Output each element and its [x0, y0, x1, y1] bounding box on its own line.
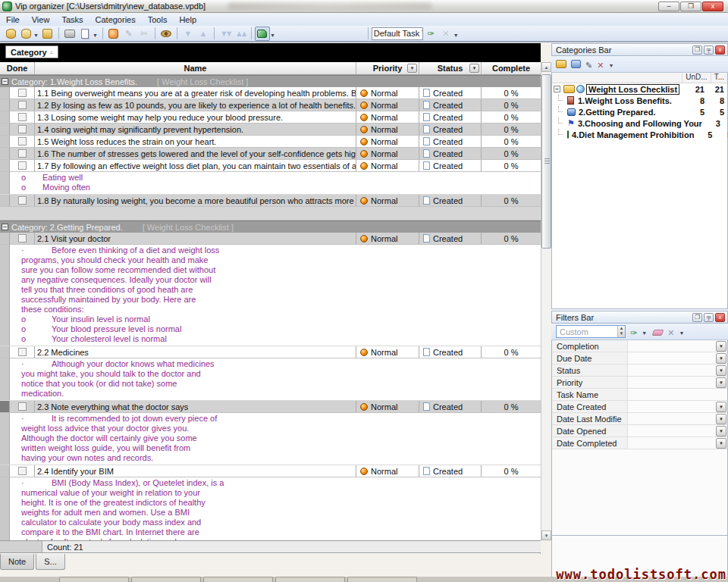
filters-pin-button[interactable]: ╤: [704, 313, 714, 322]
column-undone[interactable]: UnD...: [682, 73, 710, 83]
task-name-cell[interactable]: 1.5 Weight loss reduces the strain on yo…: [35, 136, 356, 147]
task-checkbox[interactable]: [18, 161, 27, 170]
task-checkbox[interactable]: [18, 149, 27, 158]
task-name-cell[interactable]: 1.6 The number of stresses gets lowered …: [35, 148, 356, 159]
task-name-cell[interactable]: 2.1 Visit your doctor: [35, 233, 356, 244]
edit-category-button[interactable]: ✎: [585, 58, 592, 71]
task-checkbox[interactable]: [18, 196, 27, 205]
apply-view-button[interactable]: ✑: [423, 27, 438, 41]
tab-s[interactable]: S...: [36, 554, 65, 570]
task-name-cell[interactable]: 1.7 By following an effective weight los…: [35, 160, 356, 171]
erase-filter-button[interactable]: [653, 325, 663, 339]
task-status-cell[interactable]: Created: [419, 401, 482, 412]
filter-dropdown-button[interactable]: ▼: [716, 353, 726, 364]
task-status-cell[interactable]: Created: [419, 87, 482, 99]
filter-value[interactable]: [628, 389, 727, 400]
task-row[interactable]: 2.1 Visit your doctorNormalCreated0 %: [0, 233, 541, 245]
task-name-cell[interactable]: 2.2 Medicines: [35, 346, 356, 358]
clear-filter-button[interactable]: ✕: [667, 325, 674, 339]
filter-value[interactable]: [628, 401, 716, 412]
column-header-priority[interactable]: Priority▼: [356, 62, 419, 74]
move-bottom-button[interactable]: ▼▼: [218, 27, 233, 41]
filter-dropdown-button[interactable]: ▼: [716, 402, 726, 412]
collapse-group-icon[interactable]: −: [2, 224, 8, 230]
filter-value[interactable]: [628, 425, 716, 436]
vertical-scrollbar[interactable]: ▲ ▼: [541, 62, 551, 540]
menu-categories[interactable]: Categories: [89, 14, 142, 25]
task-name-cell[interactable]: 1.4 osing weight may significantly preve…: [35, 124, 356, 135]
close-button[interactable]: x: [702, 2, 723, 11]
scroll-down-button[interactable]: ▼: [541, 530, 551, 540]
task-row[interactable]: 1.6 The number of stresses gets lowered …: [0, 148, 541, 160]
filter-preset-select[interactable]: Custom ▲▼: [556, 325, 626, 338]
task-name-cell[interactable]: 2.4 Identify your BIM: [35, 465, 356, 477]
column-header-name[interactable]: Name: [35, 62, 356, 74]
task-checkbox[interactable]: [18, 402, 27, 411]
print-preview-button[interactable]: [77, 27, 93, 41]
task-row[interactable]: 2.2 MedicinesNormalCreated0 %: [0, 346, 541, 358]
filter-dropdown-button[interactable]: ▼: [716, 341, 726, 352]
category-group-row[interactable]: −Category: 1.Weight Loss Benefits.[ Weig…: [0, 75, 541, 87]
task-checkbox[interactable]: [18, 89, 27, 97]
task-priority-cell[interactable]: Normal: [356, 346, 419, 358]
task-name-cell[interactable]: 2.3 Note everything what the doctor says: [35, 401, 356, 412]
move-top-button[interactable]: ▲▲: [233, 27, 248, 41]
task-status-cell[interactable]: Created: [419, 99, 482, 111]
task-row[interactable]: 1.8 By naturally losing weight, you beco…: [0, 195, 541, 207]
move-up-button[interactable]: ▲: [196, 27, 211, 41]
minimize-button[interactable]: –: [658, 2, 679, 11]
task-checkbox[interactable]: [18, 113, 27, 121]
task-checkbox[interactable]: [18, 125, 27, 133]
task-priority-cell[interactable]: Normal: [356, 136, 419, 147]
filter-value[interactable]: [628, 365, 716, 376]
task-row[interactable]: 1.2 By losing as few as 10 pounds, you a…: [0, 99, 541, 111]
filter-dropdown-button[interactable]: ▼: [716, 365, 726, 376]
apply-filter-button[interactable]: ✑: [630, 325, 637, 339]
categories-pin-button[interactable]: ╤: [704, 45, 714, 55]
column-header-status[interactable]: Status▼: [419, 62, 482, 74]
save-database-button[interactable]: [40, 27, 55, 41]
tree-item[interactable]: 2.Getting Prepared.55: [552, 106, 727, 117]
column-header-done[interactable]: Done: [0, 62, 35, 74]
task-checkbox[interactable]: [18, 137, 27, 146]
filters-restore-button[interactable]: ❐: [692, 313, 702, 322]
tree-item[interactable]: 4.Diet Management Prohibition55: [552, 129, 727, 140]
task-priority-cell[interactable]: Normal: [356, 111, 419, 123]
menu-help[interactable]: Help: [173, 14, 202, 25]
scroll-up-button[interactable]: ▲: [541, 62, 551, 72]
task-priority-cell[interactable]: Normal: [356, 124, 419, 135]
categories-toolbar-caret[interactable]: ▼: [608, 63, 613, 68]
categories-close-button[interactable]: x: [715, 45, 725, 55]
filters-close-button[interactable]: x: [715, 313, 725, 322]
categories-restore-button[interactable]: ❐: [692, 45, 702, 55]
task-priority-cell[interactable]: Normal: [356, 160, 419, 171]
task-name-cell[interactable]: 1.3 Losing some weight may help you redu…: [35, 111, 356, 123]
menu-tasks[interactable]: Tasks: [55, 14, 89, 25]
new-subcategory-button[interactable]: [571, 58, 581, 71]
filters-toolbar-caret[interactable]: ▼: [679, 330, 684, 336]
task-priority-cell[interactable]: Normal: [356, 195, 419, 206]
task-checkbox[interactable]: [18, 234, 27, 242]
view-notes-button[interactable]: [158, 27, 174, 41]
print-menu-caret[interactable]: ▼: [93, 33, 98, 38]
filter-value[interactable]: [628, 340, 716, 352]
task-priority-cell[interactable]: Normal: [356, 233, 419, 244]
task-status-cell[interactable]: Created: [419, 465, 482, 477]
task-row[interactable]: 1.1 Being overweight means you are at a …: [0, 87, 541, 99]
task-checkbox[interactable]: [18, 348, 27, 356]
filter-dropdown-button[interactable]: ▼: [716, 377, 726, 388]
task-checkbox[interactable]: [18, 467, 27, 475]
database-menu-caret[interactable]: ▼: [33, 33, 39, 38]
view-options-caret[interactable]: ▼: [453, 33, 459, 38]
task-status-cell[interactable]: Created: [419, 195, 482, 206]
print-button[interactable]: [62, 27, 77, 41]
task-view-select[interactable]: Default Task V ▲▼: [372, 27, 423, 40]
open-database-button[interactable]: [3, 27, 18, 41]
task-priority-cell[interactable]: Normal: [356, 148, 419, 159]
column-header-complete[interactable]: Complete: [482, 62, 541, 74]
task-priority-cell[interactable]: Normal: [356, 99, 419, 111]
task-row[interactable]: 1.3 Losing some weight may help you redu…: [0, 111, 541, 124]
tree-collapse-icon[interactable]: −: [554, 86, 560, 92]
tree-item[interactable]: −Weight Loss Checklist2121: [552, 83, 727, 95]
new-task-button[interactable]: [106, 27, 121, 41]
